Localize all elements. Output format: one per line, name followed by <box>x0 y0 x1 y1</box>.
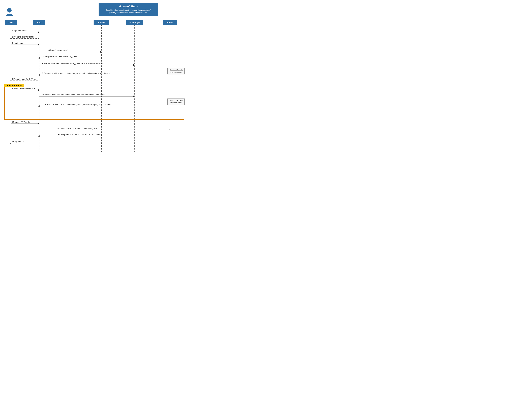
arrow-5 <box>39 58 100 58</box>
arrow-2 <box>11 38 39 39</box>
arrow-15 <box>11 143 38 143</box>
arrow-9 <box>11 90 38 90</box>
arrow-10 <box>39 96 133 96</box>
label-11: 11 Responds with a new continuation_toke… <box>42 103 111 106</box>
arrow-4 <box>39 52 100 52</box>
label-6: 6 Makes a call with the continuation_tok… <box>42 62 104 65</box>
label-15: 15 Signed in! <box>12 140 24 143</box>
arrow-13 <box>39 130 169 130</box>
arrow-11 <box>39 106 133 106</box>
label-7: 7 Responds with a new continuation_token… <box>42 72 110 74</box>
label-5: 5 Responds with a continuation_token <box>43 55 77 58</box>
arrow-6 <box>39 65 133 65</box>
label-1: 1 Sign-in request <box>12 29 27 32</box>
side-note-otp-1: Sends OTP codeto user's email <box>167 68 185 74</box>
label-12: 12 Inputs OTP code <box>12 121 30 123</box>
label-10: 10 Makes a call with the continuation_to… <box>42 94 105 96</box>
arrow-1 <box>11 32 38 32</box>
arrow-7 <box>39 75 133 75</box>
lifeline-initiate: /initiate <box>94 20 109 25</box>
lifeline-challenge: /challenge <box>126 20 143 25</box>
svg-point-0 <box>7 8 12 13</box>
entra-title: Microsoft Entra <box>101 5 156 8</box>
label-4: 4 Submits user email <box>48 49 67 51</box>
label-3: 3 Inputs email <box>12 42 24 44</box>
label-8: 8 Prompts user for OTP code <box>12 78 38 80</box>
label-9: 9 Select Resend OTP link <box>12 87 35 90</box>
side-note-connector-1 <box>170 70 183 71</box>
entra-header: Microsoft Entra Base Endpoint: https://{… <box>98 3 158 16</box>
label-14: 14 Responds with ID, access and refresh … <box>58 133 102 136</box>
label-2: 2 Prompts user for email <box>12 36 34 38</box>
arrow-3 <box>11 44 38 45</box>
entra-subtitle: Base Endpoint: https://{tenant_subdomain… <box>101 9 156 14</box>
lifeline-token: /token <box>163 20 177 25</box>
lifeline-user: User <box>5 20 17 25</box>
side-note-connector-2 <box>170 101 183 101</box>
lifeline-app: App <box>33 20 45 25</box>
arrow-8 <box>11 81 38 81</box>
side-note-otp-2: Sends OTP codeto user's email <box>167 98 185 105</box>
diagram-container: Microsoft Entra Base Endpoint: https://{… <box>1 3 186 150</box>
svg-point-1 <box>6 14 13 16</box>
arrow-14 <box>39 136 169 136</box>
arrow-12 <box>11 124 38 124</box>
label-13: 13 Submits OTP code with continuation_to… <box>56 127 98 129</box>
user-avatar <box>5 8 14 16</box>
optional-steps-label: Optional steps <box>4 84 24 87</box>
